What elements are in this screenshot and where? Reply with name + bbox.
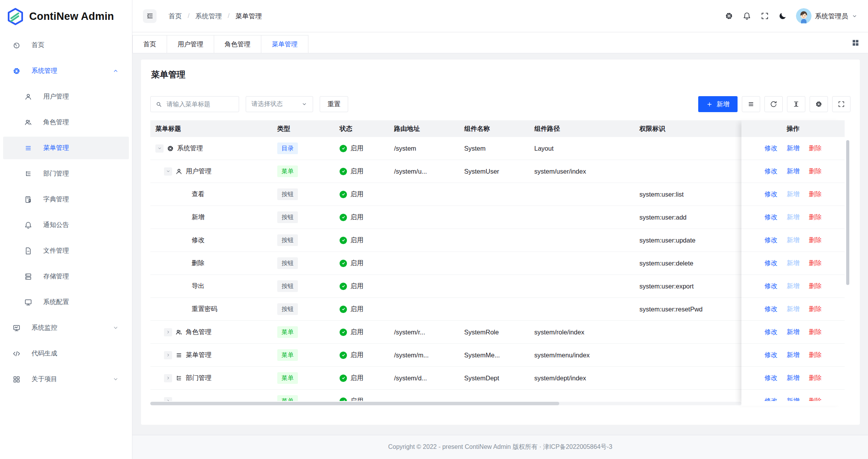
- edit-link[interactable]: 修改: [764, 190, 777, 199]
- table-row-actions: 修改新增删除: [741, 275, 845, 298]
- add-button[interactable]: 新增: [698, 96, 738, 112]
- add-link[interactable]: 新增: [787, 144, 799, 153]
- table-fullscreen-button[interactable]: [832, 96, 850, 112]
- reset-button[interactable]: 重置: [320, 96, 348, 112]
- edit-link[interactable]: 修改: [764, 236, 777, 244]
- edit-link[interactable]: 修改: [764, 397, 777, 401]
- menu-title-cell: 角色管理: [150, 328, 272, 336]
- add-link[interactable]: 新增: [787, 328, 799, 336]
- edit-link[interactable]: 修改: [764, 213, 777, 222]
- tab-item[interactable]: 菜单管理: [261, 35, 308, 53]
- tab-item[interactable]: 角色管理: [214, 35, 261, 53]
- refresh-icon: [770, 100, 777, 108]
- chevron-down-icon: [113, 376, 119, 382]
- tab-home[interactable]: 首页: [132, 35, 167, 53]
- sidebar-item-gear[interactable]: 系统管理: [3, 60, 129, 82]
- settings-button[interactable]: [724, 11, 734, 21]
- add-link[interactable]: 新增: [787, 374, 799, 382]
- add-link[interactable]: 新增: [787, 397, 799, 401]
- sidebar-collapse-button[interactable]: [143, 9, 157, 23]
- edit-link[interactable]: 修改: [764, 282, 777, 290]
- refresh-button[interactable]: [764, 96, 783, 112]
- route-cell: /system/m...: [389, 352, 459, 359]
- fullscreen-button[interactable]: [760, 11, 769, 21]
- edit-link[interactable]: 修改: [764, 259, 777, 267]
- menu-title-text: 用户管理: [186, 167, 211, 176]
- row-height-button[interactable]: [787, 96, 805, 112]
- delete-link[interactable]: 删除: [809, 167, 822, 176]
- sidebar-item-users[interactable]: 角色管理: [3, 111, 129, 134]
- sidebar-item-tree[interactable]: 部门管理: [3, 162, 129, 185]
- type-tag: 按钮: [277, 257, 298, 269]
- add-link[interactable]: 新增: [787, 167, 799, 176]
- edit-link[interactable]: 修改: [764, 328, 777, 336]
- delete-link[interactable]: 删除: [809, 282, 822, 290]
- status-text: 启用: [350, 167, 363, 176]
- component-name-cell: System: [459, 145, 529, 152]
- tab-list-grid-button[interactable]: [851, 39, 860, 47]
- tab-item[interactable]: 用户管理: [167, 35, 214, 53]
- expand-toggle[interactable]: [164, 351, 172, 359]
- sidebar-item-dashboard[interactable]: 首页: [3, 34, 129, 56]
- sidebar-item-monitor[interactable]: 系统配置: [3, 291, 129, 313]
- table-settings-button[interactable]: [810, 96, 828, 112]
- sidebar-item-dict[interactable]: 字典管理: [3, 188, 129, 211]
- sidebar-item-label: 通知公告: [43, 221, 119, 229]
- add-link[interactable]: 新增: [787, 351, 799, 359]
- edit-link[interactable]: 修改: [764, 305, 777, 313]
- sidebar-item-file[interactable]: 文件管理: [3, 239, 129, 262]
- delete-link[interactable]: 删除: [809, 305, 822, 313]
- expand-toggle[interactable]: [164, 167, 172, 176]
- sidebar-item-user[interactable]: 用户管理: [3, 85, 129, 108]
- sidebar-item-monitor-chart[interactable]: 系统监控: [3, 317, 129, 339]
- delete-link[interactable]: 删除: [809, 259, 822, 267]
- sidebar-item-storage[interactable]: 存储管理: [3, 265, 129, 288]
- user-menu[interactable]: 系统管理员: [796, 8, 857, 24]
- table-row-actions: 修改新增删除: [741, 206, 845, 229]
- edit-link[interactable]: 修改: [764, 374, 777, 382]
- delete-link[interactable]: 删除: [809, 144, 822, 153]
- tree-icon: [24, 170, 32, 178]
- sidebar-item-apps[interactable]: 关于项目: [3, 368, 129, 390]
- edit-link[interactable]: 修改: [764, 351, 777, 359]
- search-input[interactable]: [166, 100, 234, 108]
- app-title: ContiNew Admin: [29, 11, 114, 23]
- check-icon: [341, 330, 346, 334]
- delete-link[interactable]: 删除: [809, 374, 822, 382]
- table-scroll-area: 菜单标题类型状态路由地址组件名称组件路径权限标识 系统管理目录启用/system…: [150, 120, 741, 406]
- notifications-button[interactable]: [742, 11, 752, 21]
- gear-icon: [725, 12, 733, 20]
- edit-link[interactable]: 修改: [764, 144, 777, 153]
- vertical-scrollbar-thumb[interactable]: [846, 140, 849, 285]
- dark-mode-button[interactable]: [778, 11, 787, 21]
- sidebar-item-label: 首页: [32, 41, 119, 49]
- table-row-actions: 修改新增删除: [741, 183, 845, 206]
- delete-link[interactable]: 删除: [809, 236, 822, 244]
- expand-toggle[interactable]: [155, 144, 164, 153]
- breadcrumb-item[interactable]: 系统管理: [195, 12, 222, 21]
- table-body: 系统管理目录启用/systemSystemLayout用户管理菜单启用/syst…: [150, 137, 741, 401]
- expand-toggle[interactable]: [164, 397, 172, 401]
- breadcrumb-item[interactable]: 首页: [169, 12, 182, 21]
- sidebar-item-bell[interactable]: 通知公告: [3, 214, 129, 236]
- status-select[interactable]: 请选择状态: [246, 96, 313, 112]
- edit-link[interactable]: 修改: [764, 167, 777, 176]
- sidebar-item-list[interactable]: 菜单管理: [3, 137, 129, 159]
- column-list-button[interactable]: [742, 96, 760, 112]
- check-icon: [341, 284, 346, 288]
- delete-link[interactable]: 删除: [809, 351, 822, 359]
- status-text: 启用: [350, 190, 363, 199]
- delete-link[interactable]: 删除: [809, 328, 822, 336]
- expand-toggle[interactable]: [164, 374, 172, 382]
- status-check-icon: [340, 352, 347, 359]
- check-icon: [341, 376, 346, 380]
- breadcrumb-item[interactable]: 菜单管理: [235, 12, 262, 21]
- delete-link[interactable]: 删除: [809, 397, 822, 401]
- delete-link[interactable]: 删除: [809, 213, 822, 222]
- sidebar-item-code[interactable]: 代码生成: [3, 342, 129, 365]
- expand-toggle[interactable]: [164, 328, 172, 336]
- status-text: 启用: [350, 328, 363, 336]
- horizontal-scrollbar-thumb[interactable]: [150, 402, 559, 405]
- delete-link[interactable]: 删除: [809, 190, 822, 199]
- column-header: 路由地址: [389, 120, 459, 137]
